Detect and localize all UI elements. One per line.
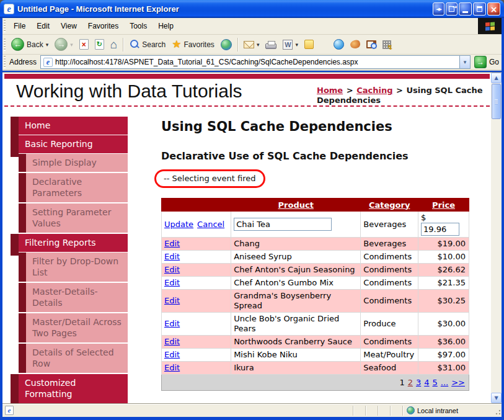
research-button[interactable] <box>363 36 379 53</box>
breadcrumb-caching-link[interactable]: Caching <box>356 86 392 95</box>
browser-window: e Untitled Page - Microsoft Internet Exp… <box>0 0 504 420</box>
security-zone-label: Local intranet <box>417 407 458 414</box>
edit-link[interactable]: Edit <box>164 239 180 248</box>
scrollbar-thumb[interactable] <box>492 84 501 119</box>
grid-header-category[interactable]: Category <box>361 199 418 212</box>
debug-tool-button[interactable] <box>379 36 394 53</box>
word-dropdown-icon[interactable]: ▾ <box>295 42 298 48</box>
grid-header-price[interactable]: Price <box>418 199 469 212</box>
detach-button[interactable] <box>446 2 458 16</box>
go-button[interactable]: → Go <box>474 56 499 68</box>
pager-link[interactable]: ... <box>441 378 448 387</box>
pane-arrows-button[interactable]: ◄▶ <box>433 2 444 16</box>
close-button[interactable]: × <box>487 2 500 16</box>
menu-item[interactable]: Edit <box>31 20 55 32</box>
edit-link[interactable]: Edit <box>164 296 180 305</box>
pager-link[interactable]: 4 <box>424 378 429 387</box>
grid-header-action <box>162 199 231 212</box>
edit-with-word-button[interactable]: W ▾ <box>280 36 301 53</box>
favorites-star-icon: ★ <box>172 39 181 50</box>
edit-link[interactable]: Edit <box>164 252 180 261</box>
pager-link[interactable]: 2 <box>408 378 413 387</box>
price-cell: $31.00 <box>418 362 469 375</box>
note-icon <box>304 40 314 49</box>
sidebar-item[interactable]: Master/Detail Across Two Pages <box>19 313 128 342</box>
scroll-down-button[interactable]: ▼ <box>491 393 502 403</box>
sidebar-item-label: Customized Formatting <box>25 378 76 399</box>
standard-toolbar: ← Back ▾ → ▾ × ↻ ⌂ Search ★ Favorites <box>2 35 502 55</box>
print-button[interactable] <box>262 36 280 53</box>
sidebar-item-label: Master/Detail Across Two Pages <box>32 317 122 338</box>
toolbar-separator <box>123 38 123 51</box>
scroll-up-button[interactable]: ▲ <box>491 73 502 83</box>
address-url[interactable]: http://localhost:4178/ASPNET_Data_Tutori… <box>55 58 459 66</box>
back-icon: ← <box>11 38 24 51</box>
home-button[interactable]: ⌂ <box>107 36 120 53</box>
sidebar-item[interactable]: Setting Parameter Values <box>19 203 128 233</box>
pixel-bolt-icon <box>382 40 391 49</box>
stop-button[interactable]: × <box>76 36 92 53</box>
toolbar-grip[interactable] <box>4 20 6 32</box>
messenger-button[interactable] <box>330 36 347 53</box>
pager-link[interactable]: 1 <box>399 378 404 387</box>
menu-item[interactable]: Favorites <box>82 20 124 32</box>
addon-button[interactable] <box>347 36 363 53</box>
sidebar-item[interactable]: Home <box>19 117 128 135</box>
windows-logo-icon <box>485 22 495 30</box>
address-input[interactable]: e http://localhost:4178/ASPNET_Data_Tuto… <box>40 55 471 69</box>
toolbar-grip[interactable] <box>4 56 6 68</box>
word-icon: W <box>283 40 293 50</box>
history-button[interactable] <box>218 36 235 53</box>
sidebar-item[interactable]: Master-Details-Details <box>19 283 128 312</box>
search-button[interactable]: Search <box>126 36 169 53</box>
cancel-link[interactable]: Cancel <box>197 220 224 229</box>
favorites-button[interactable]: ★ Favorites <box>169 36 218 53</box>
menu-item[interactable]: File <box>8 20 31 32</box>
mail-dropdown-icon[interactable]: ▾ <box>257 42 260 48</box>
forward-button[interactable]: → ▾ <box>51 36 76 53</box>
sidebar-item[interactable]: Basic Reporting <box>19 135 128 153</box>
breadcrumb-home-link[interactable]: Home <box>317 86 343 95</box>
edit-link[interactable]: Edit <box>164 337 180 346</box>
back-dropdown-icon[interactable]: ▾ <box>46 42 49 48</box>
mail-button[interactable]: ▾ <box>241 36 263 53</box>
toolbar-separator <box>237 38 238 51</box>
category-cell: Meat/Poultry <box>361 349 418 362</box>
pager-link[interactable]: 5 <box>433 378 438 387</box>
edit-link[interactable]: Edit <box>164 278 180 287</box>
edit-link[interactable]: Edit <box>164 350 180 359</box>
sidebar-item[interactable]: Declarative Parameters <box>19 173 128 202</box>
edit-link[interactable]: Edit <box>164 319 180 328</box>
grid-row: Edit Chef Anton's Gumbo Mix Condiments $… <box>162 277 469 290</box>
update-link[interactable]: Update <box>164 220 193 229</box>
grid-row: Edit Chang Beverages $19.00 <box>162 238 469 251</box>
category-cell: Produce <box>361 313 418 336</box>
minimize-button[interactable] <box>459 2 472 16</box>
edit-link[interactable]: Edit <box>164 363 180 372</box>
pager-link[interactable]: 3 <box>416 378 421 387</box>
grid-pager-row: 12345...>> <box>162 375 469 391</box>
sidebar-item[interactable]: Details of Selected Row <box>19 344 128 373</box>
menu-item[interactable]: Tools <box>124 20 153 32</box>
back-button[interactable]: ← Back ▾ <box>8 36 51 53</box>
vertical-scrollbar[interactable]: ▲ ▼ <box>491 73 502 403</box>
menu-item[interactable]: Help <box>153 20 179 32</box>
toolbar-grip[interactable] <box>4 38 6 51</box>
sidebar-item[interactable]: Filtering Reports <box>19 234 128 252</box>
menu-item[interactable]: View <box>55 20 82 32</box>
price-input[interactable] <box>421 223 459 236</box>
pager-link[interactable]: >> <box>451 378 465 387</box>
refresh-button[interactable]: ↻ <box>92 36 107 53</box>
resize-grip[interactable] <box>493 406 502 416</box>
product-name-input[interactable] <box>234 218 332 231</box>
sidebar-item[interactable]: Filter by Drop-Down List <box>19 252 128 282</box>
address-dropdown-button[interactable]: ▾ <box>459 56 470 68</box>
breadcrumb-separator: > <box>396 86 404 95</box>
notes-button[interactable] <box>301 36 317 53</box>
edit-link[interactable]: Edit <box>164 265 180 274</box>
sidebar-item[interactable]: Customized Formatting <box>19 374 128 403</box>
maximize-button[interactable] <box>473 2 486 16</box>
sidebar-item[interactable]: Simple Display <box>19 154 128 172</box>
grid-header-product[interactable]: Product <box>231 199 361 212</box>
status-bar: e Local intranet <box>2 403 502 417</box>
